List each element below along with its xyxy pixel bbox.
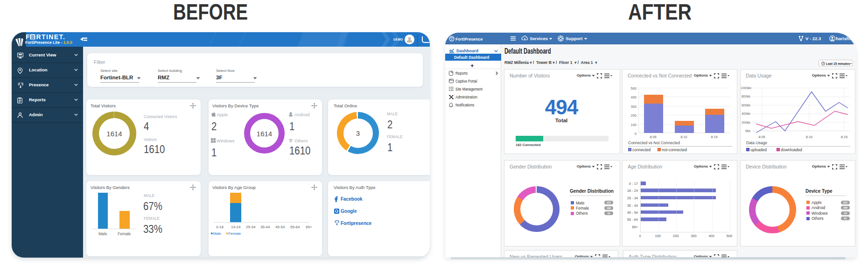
svg-text:RTINET.: RTINET.	[36, 34, 66, 40]
